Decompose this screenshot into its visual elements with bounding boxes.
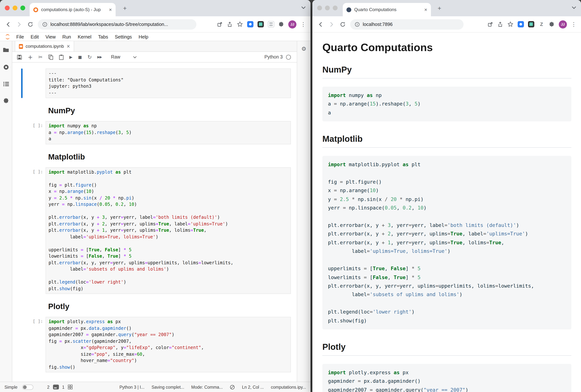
cell-collapser[interactable]: [21, 103, 22, 117]
table-of-contents-icon[interactable]: [3, 81, 9, 87]
cell-collapser[interactable]: [21, 121, 22, 144]
cell-collapser[interactable]: [21, 68, 22, 98]
extension-blue-icon[interactable]: [247, 21, 254, 27]
markdown-cell[interactable]: Plotly: [12, 298, 297, 312]
extensions-puzzle-icon[interactable]: [549, 21, 555, 27]
menu-edit[interactable]: Edit: [27, 34, 42, 39]
markdown-cell[interactable]: NumPy: [12, 103, 297, 117]
kernel-sessions-icon[interactable]: [68, 385, 72, 390]
run-cell-icon[interactable]: ▶: [69, 55, 72, 59]
notebook-tab[interactable]: computations.ipynb ×: [15, 41, 74, 51]
code-cell[interactable]: [ ]: import plotly.express as pxgapminde…: [12, 317, 297, 372]
cell-type-select[interactable]: Raw: [111, 54, 136, 60]
forward-icon[interactable]: [328, 21, 335, 27]
profile-avatar[interactable]: JJ: [288, 20, 296, 28]
terminal-icon[interactable]: [53, 385, 59, 390]
settings-gear-icon[interactable]: ⚙: [302, 45, 306, 382]
minimize-window-button[interactable]: [325, 5, 330, 10]
file-browser-icon[interactable]: [2, 47, 9, 53]
browser-navbar: localhost:7896 Z JJ ⋮: [312, 16, 581, 32]
new-tab-button[interactable]: +: [438, 5, 441, 12]
forward-icon[interactable]: [16, 21, 23, 27]
markdown-cell[interactable]: Matplotlib: [12, 149, 297, 163]
code-cell-editor[interactable]: import plotly.express as pxgapminder = p…: [46, 317, 291, 372]
reload-icon[interactable]: [27, 21, 34, 27]
address-bar[interactable]: localhost:7896: [350, 19, 464, 29]
extension-manager-icon[interactable]: [3, 98, 9, 104]
menu-view[interactable]: View: [42, 34, 59, 39]
extension-dark-icon[interactable]: [528, 21, 534, 27]
extension-notes-icon[interactable]: [268, 21, 274, 27]
menu-help[interactable]: Help: [135, 34, 152, 39]
zoom-window-button[interactable]: [333, 5, 338, 10]
cell-collapser[interactable]: [21, 149, 22, 163]
code-cell-editor[interactable]: import numpy as npa = np.arange(15).resh…: [46, 121, 291, 144]
reload-icon[interactable]: [339, 21, 346, 27]
close-window-button[interactable]: [317, 5, 322, 10]
paste-cell-icon[interactable]: [59, 54, 64, 60]
address-bar[interactable]: localhost:8889/lab/workspaces/auto-S/tre…: [38, 19, 196, 29]
open-in-new-icon[interactable]: [487, 21, 493, 27]
browser-tab-title: Quarto Computations: [354, 7, 396, 12]
raw-cell-editor[interactable]: ---title: "Quarto Computations"jupyter: …: [46, 68, 291, 98]
profile-avatar[interactable]: JJ: [559, 20, 567, 28]
add-cell-icon[interactable]: +: [28, 53, 33, 60]
cell-collapser[interactable]: [21, 317, 22, 372]
notebook-content[interactable]: ---title: "Quarto Computations"jupyter: …: [12, 63, 297, 382]
restart-run-all-icon[interactable]: ▶▶: [98, 55, 102, 59]
notebook-file-icon: [19, 44, 23, 49]
close-tab-icon[interactable]: ×: [109, 7, 112, 12]
share-icon[interactable]: [227, 21, 233, 27]
menu-kernel[interactable]: Kernel: [74, 34, 95, 39]
simple-mode-toggle[interactable]: [22, 385, 33, 390]
menu-settings[interactable]: Settings: [111, 34, 135, 39]
browser-menu-kebab-icon[interactable]: ⋮: [571, 21, 576, 27]
browser-tab[interactable]: computations.ip (auto-S) - Jup ×: [30, 3, 116, 16]
stop-kernel-icon[interactable]: ■: [78, 55, 82, 59]
extension-blue-icon[interactable]: [518, 21, 524, 27]
browser-menu-kebab-icon[interactable]: ⋮: [300, 21, 306, 27]
restart-kernel-icon[interactable]: ↻: [88, 54, 92, 60]
minimize-window-button[interactable]: [12, 5, 18, 10]
extension-dark-icon[interactable]: [258, 21, 264, 27]
browser-tab[interactable]: Quarto Computations ×: [343, 3, 431, 16]
code-cell[interactable]: [ ]: import numpy as npa = np.arange(15)…: [12, 121, 297, 144]
zoom-window-button[interactable]: [20, 5, 25, 10]
kernel-status-text[interactable]: Python 3 | I...: [120, 385, 144, 389]
jupyterlab-menubar: FileEditViewRunKernelTabsSettingsHelp: [0, 32, 310, 41]
tab-search-chevron-icon[interactable]: [301, 6, 306, 9]
cell-collapser[interactable]: [21, 298, 22, 312]
tab-search-chevron-icon[interactable]: [572, 6, 576, 9]
site-info-icon[interactable]: [42, 22, 48, 27]
extensions-puzzle-icon[interactable]: [278, 21, 284, 27]
cell-collapser[interactable]: [21, 167, 22, 294]
copy-cell-icon[interactable]: [48, 54, 53, 60]
save-icon[interactable]: [17, 54, 22, 60]
new-tab-button[interactable]: +: [123, 5, 127, 12]
share-icon[interactable]: [497, 21, 503, 27]
close-window-button[interactable]: [5, 5, 10, 10]
kernel-indicator[interactable]: Python 3: [264, 54, 291, 60]
quarto-page[interactable]: Quarto Computations NumPy import numpy a…: [312, 32, 581, 392]
extension-z-icon[interactable]: Z: [538, 21, 545, 27]
running-kernels-icon[interactable]: [3, 64, 9, 70]
back-icon[interactable]: [4, 21, 12, 27]
url-text: localhost:8889/lab/workspaces/auto-S/tre…: [50, 22, 168, 27]
code-cell-editor[interactable]: import matplotlib.pyplot as plt fig = pl…: [46, 167, 291, 294]
bookmark-star-icon[interactable]: [237, 21, 243, 27]
menu-tabs[interactable]: Tabs: [95, 34, 111, 39]
open-in-new-icon[interactable]: [217, 21, 223, 27]
raw-cell[interactable]: ---title: "Quarto Computations"jupyter: …: [12, 68, 297, 98]
menu-run[interactable]: Run: [59, 34, 74, 39]
back-icon[interactable]: [317, 21, 324, 27]
cut-cell-icon[interactable]: ✂: [38, 54, 42, 60]
page-section: Plotly import plotly.express as pxgapmin…: [322, 342, 571, 392]
close-tab-icon[interactable]: ×: [424, 7, 427, 12]
code-cell[interactable]: [ ]: import matplotlib.pyplot as plt fig…: [12, 167, 297, 294]
site-info-icon[interactable]: [354, 22, 360, 27]
cursor-position-text[interactable]: Ln 2, Col ...: [242, 385, 264, 389]
close-notebook-icon[interactable]: ×: [66, 44, 70, 49]
menu-file[interactable]: File: [13, 34, 27, 39]
bookmark-star-icon[interactable]: [507, 21, 514, 27]
cell-prompt: [ ]:: [22, 167, 46, 294]
